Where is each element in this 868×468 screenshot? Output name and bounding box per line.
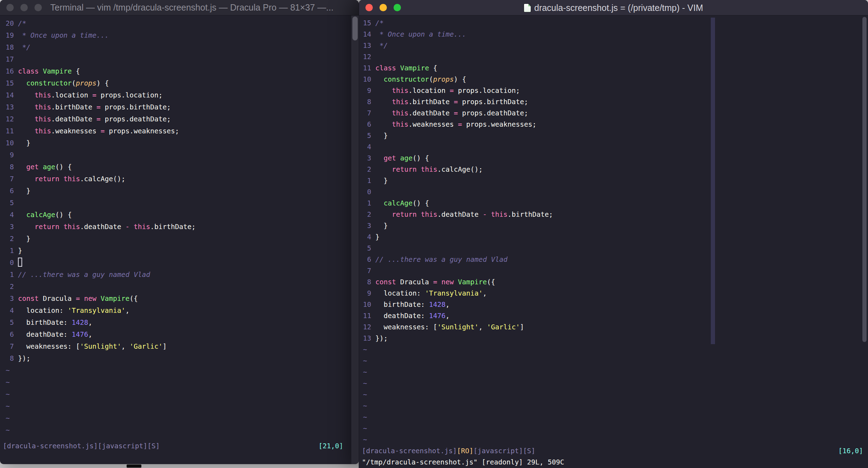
code-token: } xyxy=(375,233,379,241)
code-line[interactable]: 12 xyxy=(363,51,868,63)
traffic-lights xyxy=(365,4,401,11)
code-token: calcAge xyxy=(26,211,55,219)
code-token: ] xyxy=(162,342,167,350)
minimize-button[interactable] xyxy=(20,4,28,11)
scrollbar-thumb[interactable] xyxy=(352,17,358,40)
minimize-button[interactable] xyxy=(379,4,387,11)
code-line[interactable]: 10 constructor(props) { xyxy=(363,74,868,85)
code-line[interactable]: 1 } xyxy=(6,245,359,257)
code-line[interactable]: 2 return this.deathDate - this.birthDate… xyxy=(363,209,868,220)
code-line[interactable]: 2 } xyxy=(6,233,359,245)
code-token: = xyxy=(92,91,97,99)
code-line[interactable]: 13 */ xyxy=(363,40,868,51)
code-token: = xyxy=(450,87,454,95)
code-line[interactable]: 13 this.birthDate = props.birthDate; xyxy=(6,101,359,113)
line-number: 1 xyxy=(6,247,18,255)
code-line[interactable]: 6 // ...there was a guy named Vlad xyxy=(363,254,868,265)
document-proxy-icon[interactable] xyxy=(524,4,531,12)
code-token: () { xyxy=(55,163,72,171)
code-line[interactable]: 8 get age() { xyxy=(6,161,359,173)
code-line[interactable]: 18 */ xyxy=(6,42,359,53)
code-token: } xyxy=(375,222,388,230)
code-line[interactable]: 11 deathDate: 1476, xyxy=(363,310,868,322)
code-line[interactable]: 17 xyxy=(6,53,359,65)
line-number: 0 xyxy=(363,188,375,196)
code-line[interactable]: 0 xyxy=(363,186,868,198)
line-number: 10 xyxy=(363,301,375,309)
code-line[interactable]: 6 deathDate: 1476, xyxy=(6,329,359,341)
code-line[interactable]: 0 xyxy=(6,257,359,269)
code-line[interactable]: 4 xyxy=(363,141,868,153)
code-line[interactable]: 2 return this.calcAge(); xyxy=(363,164,868,175)
titlebar[interactable]: Terminal — vim /tmp/dracula-screenshot.j… xyxy=(0,0,359,15)
code-line[interactable]: 3 } xyxy=(363,220,868,232)
code-line[interactable]: 10 birthDate: 1428, xyxy=(363,299,868,310)
code-line[interactable]: 19 * Once upon a time... xyxy=(6,30,359,42)
code-line[interactable]: 7 weaknesses: ['Sunlight', 'Garlic'] xyxy=(6,341,359,353)
code-token: /* xyxy=(375,19,383,27)
code-line[interactable]: 3 return this.deathDate - this.birthDate… xyxy=(6,221,359,233)
code-line[interactable]: 20 /* xyxy=(6,18,359,30)
code-token xyxy=(417,165,421,173)
vim-statusline: [dracula-screenshot.js][RO][javascript][… xyxy=(359,445,868,457)
zoom-button[interactable] xyxy=(34,4,42,11)
code-line[interactable]: 7 xyxy=(363,265,868,277)
code-buffer[interactable]: 15 /*14 * Once upon a time...13 */12 11 … xyxy=(359,15,868,445)
code-line[interactable]: 6 } xyxy=(6,185,359,197)
code-token: - xyxy=(483,210,487,219)
code-line[interactable]: 5 } xyxy=(363,130,868,141)
code-line[interactable]: 11 class Vampire { xyxy=(363,63,868,74)
code-line[interactable]: 11 this.weaknesses = props.weaknesses; xyxy=(6,125,359,137)
code-line[interactable]: 8 }); xyxy=(6,353,359,365)
line-number: 2 xyxy=(363,210,375,219)
code-line[interactable]: 4 calcAge() { xyxy=(6,209,359,221)
code-token: Vampire xyxy=(101,295,129,303)
code-line[interactable]: 1 calcAge() { xyxy=(363,198,868,209)
code-token: = xyxy=(76,295,80,303)
code-line[interactable]: 15 constructor(props) { xyxy=(6,77,359,89)
scrollbar-track[interactable] xyxy=(351,15,359,464)
code-token: 1476 xyxy=(72,330,88,339)
code-line[interactable]: 14 * Once upon a time... xyxy=(363,29,868,40)
code-token xyxy=(375,210,392,219)
code-line[interactable]: 3 get age() { xyxy=(363,153,868,164)
statusline-ruler: [16,0] xyxy=(838,445,863,457)
line-number: 13 xyxy=(363,42,375,50)
close-button[interactable] xyxy=(365,4,373,11)
code-line[interactable]: 8 this.birthDate = props.birthDate; xyxy=(363,96,868,108)
code-line[interactable]: 5 birthDate: 1428, xyxy=(6,317,359,329)
code-line[interactable]: 9 this.location = props.location; xyxy=(363,85,868,96)
code-line[interactable]: 10 } xyxy=(6,137,359,149)
code-line[interactable]: 7 return this.calcAge(); xyxy=(6,173,359,185)
code-line[interactable]: 14 this.location = props.location; xyxy=(6,89,359,101)
code-line[interactable]: 1 // ...there was a guy named Vlad xyxy=(6,269,359,281)
code-line[interactable]: 1 } xyxy=(363,175,868,186)
code-line[interactable]: 4 location: 'Transylvania', xyxy=(6,305,359,317)
code-line[interactable]: 2 xyxy=(6,281,359,293)
code-line[interactable]: 7 this.deathDate = props.deathDate; xyxy=(363,108,868,119)
code-line[interactable]: 9 xyxy=(6,149,359,161)
code-token: 'Sunlight' xyxy=(437,323,478,331)
code-line[interactable]: 5 xyxy=(363,243,868,254)
scrollbar-thumb[interactable] xyxy=(862,17,867,342)
zoom-button[interactable] xyxy=(394,4,401,11)
code-line[interactable]: 3 const Dracula = new Vampire({ xyxy=(6,293,359,305)
code-line[interactable]: 12 weaknesses: ['Sunlight', 'Garlic'] xyxy=(363,322,868,333)
code-line[interactable]: 6 this.weaknesses = props.weaknesses; xyxy=(363,119,868,130)
code-line[interactable]: 8 const Dracula = new Vampire({ xyxy=(363,277,868,288)
code-line[interactable]: 15 /* xyxy=(363,18,868,29)
titlebar[interactable]: dracula-screenshot.js = (/private/tmp) -… xyxy=(359,0,868,15)
code-line[interactable]: 4 } xyxy=(363,232,868,243)
code-line[interactable]: 9 location: 'Transylvania', xyxy=(363,288,868,299)
code-line[interactable]: 12 this.deathDate = props.deathDate; xyxy=(6,113,359,125)
code-token: Dracula xyxy=(396,278,433,286)
code-token: ( xyxy=(429,75,433,83)
traffic-lights xyxy=(6,4,42,11)
statusline-readonly-flag: [RO] xyxy=(457,447,473,455)
code-line[interactable]: 5 xyxy=(6,197,359,209)
code-line[interactable]: 16 class Vampire { xyxy=(6,65,359,77)
code-token: = xyxy=(454,98,458,106)
code-line[interactable]: 13 }); xyxy=(363,333,868,344)
close-button[interactable] xyxy=(6,4,14,11)
code-buffer[interactable]: 20 /*19 * Once upon a time...18 */17 16 … xyxy=(0,15,359,436)
